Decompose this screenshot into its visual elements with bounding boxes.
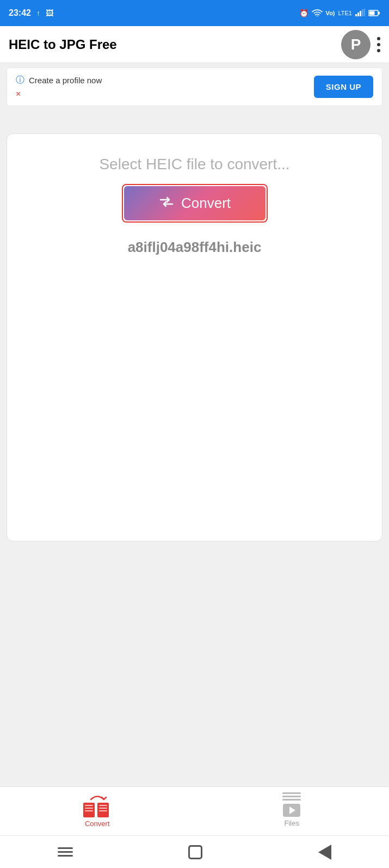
volte-icon: Vo) (326, 10, 335, 16)
info-icon: ⓘ (16, 75, 24, 86)
sign-up-button[interactable]: SIGN UP (314, 76, 373, 98)
back-icon (318, 845, 331, 860)
profile-banner: ⓘ Create a profile now × SIGN UP (7, 67, 382, 106)
more-options-button[interactable] (377, 37, 380, 52)
convert-button-wrapper: Convert (122, 184, 268, 223)
svg-rect-7 (379, 11, 380, 14)
filename-text: a8iflj04a98ff4hi.heic (128, 239, 262, 256)
svg-rect-3 (360, 11, 361, 16)
banner-text: Create a profile now (29, 76, 102, 85)
convert-button-label: Convert (181, 195, 231, 212)
convert-icon (158, 196, 175, 211)
menu-dot (377, 37, 380, 40)
files-nav-label: Files (285, 819, 299, 827)
upload-icon: ↑ (36, 9, 40, 17)
select-file-text: Select HEIC file to convert... (99, 156, 289, 173)
menu-dot (377, 49, 380, 52)
app-bar: HEIC to JPG Free P (0, 26, 389, 63)
recent-icon (58, 847, 73, 857)
alarm-icon: ⏰ (299, 9, 308, 17)
system-nav (0, 835, 389, 868)
home-button[interactable] (188, 845, 202, 859)
image-icon: 🖼 (46, 9, 53, 17)
svg-point-0 (316, 15, 318, 16)
bottom-nav: Convert Files (0, 786, 389, 835)
recent-apps-button[interactable] (58, 847, 73, 857)
files-nav-icon-container (282, 792, 301, 817)
wifi-icon (312, 9, 323, 18)
signal-icon (355, 9, 365, 18)
main-content: Select HEIC file to convert... Convert a… (0, 127, 389, 786)
nav-item-files[interactable]: Files (195, 792, 390, 827)
convert-button[interactable]: Convert (124, 186, 265, 220)
status-time: 23:42 (9, 8, 31, 18)
svg-rect-4 (362, 9, 363, 16)
svg-rect-8 (369, 11, 375, 15)
menu-dot (377, 43, 380, 46)
convert-nav-icon-container (81, 792, 114, 817)
parking-logo: P (341, 30, 371, 59)
back-button[interactable] (318, 845, 331, 860)
convert-nav-label: Convert (85, 820, 110, 828)
convert-card: Select HEIC file to convert... Convert a… (7, 133, 382, 541)
nav-item-convert[interactable]: Convert (0, 792, 195, 828)
status-bar: 23:42 ↑ 🖼 ⏰ Vo) LTE1 (0, 0, 389, 26)
home-icon (188, 845, 202, 859)
lte-text: LTE1 (338, 10, 352, 16)
app-title: HEIC to JPG Free (9, 37, 117, 52)
svg-rect-5 (364, 9, 365, 16)
battery-icon (368, 9, 380, 18)
banner-close-button[interactable]: × (16, 89, 102, 99)
spacer (0, 110, 389, 127)
svg-rect-1 (355, 14, 357, 16)
svg-rect-2 (357, 13, 359, 16)
